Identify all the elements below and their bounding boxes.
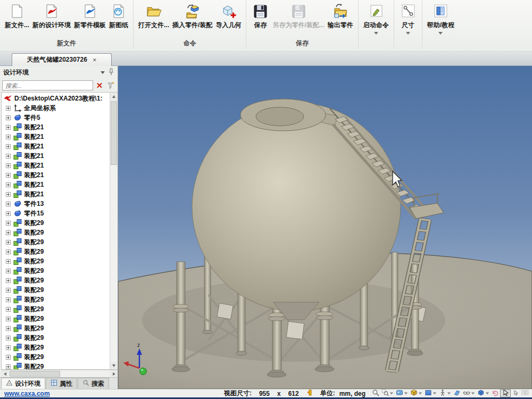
ribbon-button[interactable]: 保存 — [250, 1, 271, 31]
tree-item[interactable]: 装配29 — [2, 247, 110, 256]
tree-item[interactable]: 装配21 — [2, 170, 110, 180]
tree-item[interactable]: 装配29 — [2, 362, 110, 369]
filter-funnel-icon[interactable] — [106, 81, 115, 90]
tree-expander-icon[interactable] — [6, 240, 11, 245]
tree-expander-icon[interactable] — [6, 317, 11, 321]
view-tool-button[interactable] — [520, 389, 530, 397]
ribbon-button[interactable]: 尺寸 — [397, 1, 419, 36]
tree-horizontal-scrollbar[interactable] — [1, 370, 118, 377]
tree-item[interactable]: 装配29 — [2, 304, 110, 314]
tree-item[interactable]: 装配29 — [2, 285, 110, 295]
tree-expander-icon[interactable] — [6, 269, 11, 273]
view-tool-button[interactable] — [395, 389, 409, 397]
ribbon-button[interactable]: 另存为零件/装配... — [271, 1, 326, 31]
tree-expander-icon[interactable] — [6, 336, 11, 340]
tree-item[interactable]: 装配29 — [2, 295, 110, 304]
view-tool-button[interactable] — [491, 389, 500, 397]
ribbon-button[interactable]: 导入几何 — [214, 1, 243, 31]
tree-item[interactable]: 装配29 — [2, 256, 110, 266]
tree-item[interactable]: 装配29 — [2, 323, 110, 333]
tree-expander-icon[interactable] — [6, 144, 11, 149]
tree-expander-icon[interactable] — [6, 259, 11, 264]
tree-expander-icon[interactable] — [6, 202, 11, 206]
tree-item[interactable]: 装配29 — [2, 343, 110, 352]
sidebar-tab[interactable]: 属性 — [46, 378, 77, 389]
document-tab[interactable]: 天然气储罐20230726 × — [12, 53, 112, 66]
view-tool-button[interactable] — [371, 389, 380, 397]
tree-expander-icon[interactable] — [6, 288, 11, 293]
tree-item[interactable]: D:\Desktop\CAXA2023教程\1: — [2, 94, 110, 103]
tree-item[interactable]: 装配21 — [2, 189, 110, 199]
tree-expander-icon[interactable] — [6, 297, 11, 302]
tree-expander-icon[interactable] — [6, 230, 11, 235]
view-tool-button[interactable] — [476, 389, 491, 397]
scroll-left-icon[interactable] — [1, 370, 9, 377]
pin-icon[interactable] — [108, 68, 114, 77]
ribbon-button[interactable]: 输出零件 — [326, 1, 355, 31]
tree-item[interactable]: 装配29 — [2, 266, 110, 276]
tree-expander-icon[interactable] — [6, 163, 11, 168]
view-tool-button[interactable] — [500, 389, 511, 397]
tree-expander-icon[interactable] — [6, 115, 11, 120]
ribbon-button[interactable]: 新图纸 — [107, 1, 130, 31]
tree-expander-icon[interactable] — [6, 135, 11, 139]
tree-item[interactable]: 装配21 — [2, 142, 110, 151]
ribbon-button[interactable]: 打开文件... — [137, 1, 171, 31]
vertical-scroll-thumb[interactable] — [111, 101, 117, 165]
tree-item[interactable]: 装配29 — [2, 228, 110, 237]
tree-item[interactable]: 零件13 — [2, 199, 110, 209]
scroll-right-icon[interactable] — [110, 370, 118, 377]
tree-item[interactable]: 零件5 — [2, 113, 110, 122]
tree-expander-icon[interactable] — [6, 278, 11, 283]
sidebar-tab[interactable]: 设计环境 — [1, 378, 45, 389]
ribbon-button[interactable]: 新文件... — [3, 1, 31, 31]
tree-expander-icon[interactable] — [6, 182, 11, 187]
tree-item[interactable]: 零件15 — [2, 209, 110, 218]
ribbon-button[interactable]: 插入零件/装配 — [171, 1, 214, 31]
tree-item[interactable]: 装配21 — [2, 161, 110, 170]
scroll-up-icon[interactable] — [110, 93, 118, 100]
tree-item[interactable]: 装配29 — [2, 276, 110, 285]
view-tool-button[interactable] — [438, 389, 452, 397]
tree-expander-icon[interactable] — [6, 355, 11, 360]
horizontal-scroll-thumb[interactable] — [10, 371, 60, 377]
tree-expander-icon[interactable] — [6, 125, 11, 130]
view-tool-button[interactable] — [511, 389, 520, 397]
tree-expander-icon[interactable] — [6, 173, 11, 178]
clear-search-button[interactable]: ✕ — [95, 81, 104, 90]
tree-item[interactable]: 装配29 — [2, 333, 110, 343]
tree-expander-icon[interactable] — [6, 106, 11, 111]
tree-item[interactable]: 装配21 — [2, 180, 110, 189]
tree-expander-icon[interactable] — [6, 326, 11, 331]
tree-expander-icon[interactable] — [6, 250, 11, 254]
view-tool-button[interactable] — [423, 389, 438, 397]
panel-dropdown-icon[interactable] — [101, 71, 105, 74]
sidebar-tab[interactable]: 搜索 — [78, 378, 109, 389]
tree-item[interactable]: 装配29 — [2, 314, 110, 323]
tree-expander-icon[interactable] — [6, 307, 11, 312]
tree-expander-icon[interactable] — [6, 154, 11, 159]
ribbon-button[interactable]: 帮助/教程 — [426, 1, 456, 36]
view-tool-button[interactable] — [380, 389, 395, 397]
view-tool-button[interactable] — [452, 389, 462, 397]
tree-item[interactable]: 装配29 — [2, 352, 110, 362]
tree-expander-icon[interactable] — [6, 345, 11, 350]
view-tool-button[interactable] — [462, 389, 476, 397]
search-input[interactable] — [2, 80, 93, 90]
ribbon-button[interactable]: 启动命令 — [362, 1, 390, 36]
tree-item[interactable]: 装配29 — [2, 218, 110, 228]
view-tool-button[interactable] — [409, 389, 423, 397]
tree-expander-icon[interactable] — [6, 192, 11, 197]
scroll-down-icon[interactable] — [110, 362, 118, 369]
ribbon-button[interactable]: 新的设计环境 — [31, 1, 72, 31]
tree-item[interactable]: 全局坐标系 — [2, 103, 110, 113]
ribbon-button[interactable]: 新零件模板 — [72, 1, 107, 31]
tree-item[interactable]: 装配21 — [2, 132, 110, 142]
tree-item[interactable]: 装配21 — [2, 151, 110, 161]
tree-item[interactable]: 装配29 — [2, 237, 110, 247]
caxa-website-link[interactable]: www.caxa.com — [4, 390, 50, 397]
tree-vertical-scrollbar[interactable] — [110, 93, 118, 369]
tree-item[interactable]: 装配21 — [2, 122, 110, 132]
3d-viewport[interactable]: z — [118, 66, 532, 389]
tree-expander-icon[interactable] — [6, 211, 11, 216]
